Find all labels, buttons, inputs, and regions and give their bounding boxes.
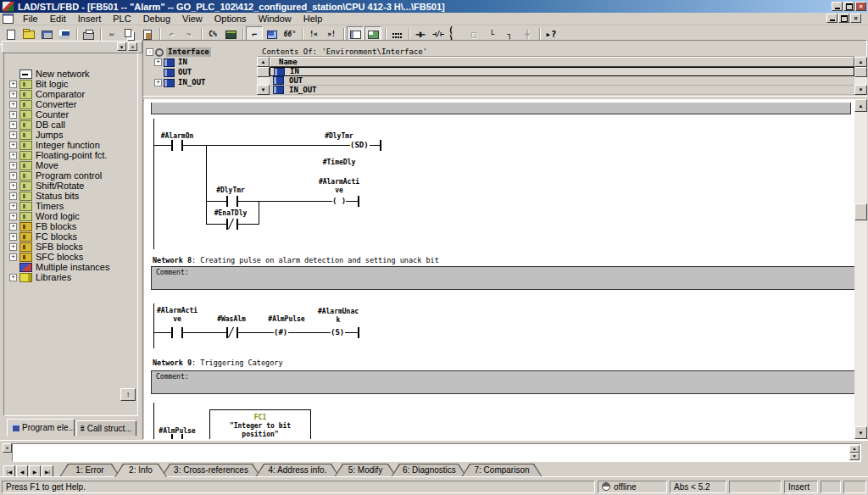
expander[interactable]: + (9, 223, 17, 231)
expander[interactable]: + (154, 58, 162, 66)
sidebar-header[interactable]: ▾ × (2, 41, 142, 53)
output-scrollbar[interactable]: ▲ ▼ (849, 445, 860, 460)
timer-parameter-label[interactable]: #TimeDly (315, 159, 363, 166)
tab-diagnostics[interactable]: 6: Diagnostics (391, 464, 467, 477)
set-coil[interactable]: (S) (331, 327, 344, 338)
network7-comment-box[interactable] (151, 103, 851, 114)
output-content[interactable]: ▲ ▼ (12, 443, 861, 462)
expander[interactable]: + (9, 253, 17, 261)
column-header-name[interactable]: Name (270, 57, 854, 67)
expander[interactable]: + (9, 192, 17, 200)
interface-table-scrollbar[interactable]: ▲ ▼ (854, 57, 867, 95)
child-close-button[interactable]: × (850, 14, 861, 23)
table-row-in[interactable]: IN (270, 67, 854, 76)
menu-edit[interactable]: Edit (44, 13, 72, 25)
tab-error[interactable]: 1: Error (59, 464, 120, 477)
tree-item-counter[interactable]: +Counter (9, 109, 69, 120)
menu-help[interactable]: Help (298, 13, 329, 25)
expander[interactable]: + (9, 274, 17, 281)
operand-label[interactable]: #AlarmUnac (312, 308, 364, 315)
operand-label[interactable]: #AlarmActi (314, 178, 364, 186)
network9-comment-box[interactable]: Comment: (151, 370, 854, 394)
fc1-block[interactable]: FC1 "Integer to bit position" (209, 409, 311, 439)
interface-tree-inout[interactable]: + IN_OUT (154, 78, 206, 87)
operand-label[interactable]: #AlmPulse (261, 315, 312, 323)
operand-label[interactable]: #AlarmOn (153, 132, 201, 140)
child-restore-button[interactable] (838, 14, 849, 23)
tree-item-shift-rotate[interactable]: +Shift/Rotate (9, 181, 84, 191)
tree-item-converter[interactable]: +Converter (9, 99, 76, 109)
minimize-button[interactable] (832, 2, 843, 11)
operand-label-wrap[interactable]: k (312, 316, 364, 324)
expander[interactable]: - (146, 48, 153, 56)
tab-cross-references[interactable]: 3: Cross-references (161, 464, 261, 477)
tree-item-program-control[interactable]: +Program control (9, 170, 102, 181)
tree-item-move[interactable]: +Move (9, 160, 58, 170)
interface-tree-out[interactable]: OUT (154, 68, 192, 77)
expander[interactable]: + (9, 213, 17, 220)
tab-scroll-right-button[interactable]: ▶ (29, 465, 41, 477)
expander[interactable]: + (9, 182, 17, 190)
scroll-down-button[interactable]: ▼ (257, 85, 270, 95)
menu-window[interactable]: Window (253, 13, 298, 25)
table-row-inout[interactable]: IN_OUT (270, 86, 854, 95)
menu-view[interactable]: View (176, 13, 209, 25)
scroll-thumb[interactable] (854, 203, 867, 220)
expander[interactable]: + (9, 91, 17, 98)
tab-info[interactable]: 2: Info (114, 464, 167, 477)
tree-item-status-bits[interactable]: +Status bits (9, 191, 79, 201)
output-coil[interactable]: ( ) (332, 196, 346, 207)
expander[interactable]: + (9, 111, 17, 119)
expander[interactable]: + (154, 79, 162, 86)
tree-item-new-network[interactable]: New network (9, 69, 90, 79)
scroll-up-button[interactable]: ▲ (854, 99, 867, 112)
tree-item-multiple-instances[interactable]: Multiple instances (9, 262, 109, 272)
child-minimize-button[interactable] (826, 14, 837, 23)
expander[interactable]: + (9, 81, 17, 88)
ladder-editor[interactable]: #AlarmOn #DlyTmr (SD) #TimeDly #DlyTmr #… (144, 99, 854, 439)
restore-button[interactable] (843, 2, 854, 11)
tree-item-sfb-blocks[interactable]: +SFB blocks (9, 242, 83, 252)
tree-scroll-toggle-button[interactable]: ↕ (120, 388, 136, 401)
interface-tree-scrollbar[interactable]: ▲ ▼ (257, 57, 270, 95)
tree-item-fc-blocks[interactable]: +FC blocks (9, 231, 77, 242)
network9-title[interactable]: Network 9: Triggering Category (153, 359, 283, 367)
close-button[interactable]: × (855, 2, 866, 11)
expander[interactable]: + (9, 233, 17, 241)
operand-label-wrap[interactable]: ve (153, 315, 201, 323)
tree-item-word-logic[interactable]: +Word logic (9, 211, 80, 221)
expander[interactable]: + (9, 121, 17, 129)
pulse-coil[interactable]: (#) (274, 327, 287, 338)
sidebar-close-button[interactable]: × (128, 42, 137, 51)
expander[interactable]: + (9, 131, 17, 139)
scroll-up-button[interactable]: ▲ (257, 57, 270, 67)
operand-label[interactable]: #EnaTDly (207, 209, 254, 217)
expander[interactable]: + (9, 172, 17, 180)
operand-label[interactable]: #DlyTmr (207, 186, 254, 194)
tree-item-jumps[interactable]: +Jumps (9, 130, 63, 140)
tab-modify[interactable]: 5: Modify (334, 464, 397, 477)
output-close-button[interactable]: × (3, 443, 12, 453)
interface-tree-root[interactable]: - Interface (146, 47, 211, 57)
scroll-down-button[interactable]: ▼ (854, 426, 867, 439)
menu-insert[interactable]: Insert (72, 13, 108, 25)
editor-vertical-scrollbar[interactable]: ▲ ▼ (854, 99, 867, 439)
sd-timer-coil[interactable]: (SD) (350, 140, 369, 151)
scroll-thumb[interactable] (854, 67, 867, 77)
tree-item-sfc-blocks[interactable]: +SFC blocks (9, 252, 83, 262)
tab-address-info[interactable]: 4: Address info. (255, 464, 340, 477)
network8-title[interactable]: Network 8: Creating pulse on alarm detec… (153, 256, 439, 264)
tree-item-comparator[interactable]: +Comparator (9, 89, 85, 99)
menu-options[interactable]: Options (209, 13, 253, 25)
expander[interactable]: + (9, 101, 17, 108)
sidebar-rollup-button[interactable]: ▾ (117, 42, 126, 51)
network8-comment-box[interactable]: Comment: (151, 266, 854, 290)
tree-item-timers[interactable]: +Timers (9, 201, 64, 211)
operand-label[interactable]: #AlmPulse (153, 427, 201, 435)
menu-debug[interactable]: Debug (137, 13, 176, 25)
menu-file[interactable]: File (17, 13, 44, 25)
tree-item-libraries[interactable]: +Libraries (9, 272, 71, 282)
scroll-thumb[interactable] (257, 67, 270, 77)
menu-plc[interactable]: PLC (107, 13, 136, 25)
scroll-up-button[interactable]: ▲ (854, 57, 867, 67)
